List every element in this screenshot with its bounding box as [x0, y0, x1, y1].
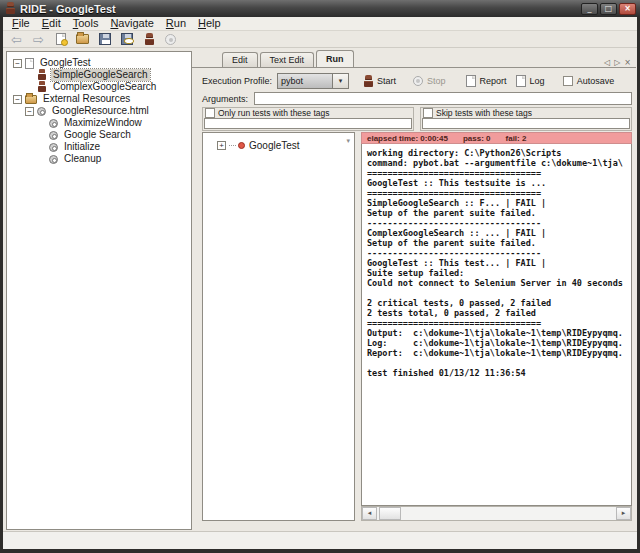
tree-item-external-resources[interactable]: −External Resources	[7, 93, 191, 105]
tree-item-label: MaximizeWindow	[62, 117, 144, 129]
maximize-button[interactable]: □	[600, 3, 617, 15]
tree-connector	[229, 145, 236, 146]
menubar: FileEditToolsNavigateRunHelp	[3, 17, 637, 31]
elapsed-time: elapsed time: 0:00:45	[367, 134, 448, 143]
menu-file[interactable]: File	[6, 17, 36, 30]
test-run-tree: + GoogleTest ▾	[202, 132, 355, 521]
pass-count: pass: 0	[463, 134, 491, 143]
save-icon[interactable]	[97, 32, 112, 47]
app-robot-icon	[4, 2, 16, 15]
log-button[interactable]: Log	[516, 75, 545, 87]
tab-close-icon[interactable]: ×	[624, 58, 631, 67]
test-tree-item-googletest[interactable]: + GoogleTest	[217, 139, 354, 151]
robot-icon	[37, 69, 47, 81]
gear-icon	[49, 119, 58, 128]
expander-icon[interactable]: −	[13, 59, 22, 68]
expander-icon[interactable]: −	[13, 95, 22, 104]
tree-item-label: External Resources	[41, 93, 132, 105]
profile-value[interactable]: pybot	[277, 73, 333, 89]
tree-item-label: SimpleGoogleSearch	[51, 69, 150, 81]
autosave-control: Autosave	[563, 76, 615, 86]
main-area: −GoogleTestSimpleGoogleSearchComplexGoog…	[3, 48, 637, 531]
scroll-left-icon[interactable]: ◂	[362, 507, 377, 520]
run-tab-content: Execution Profile: pybot ▾ Start Stop	[192, 67, 636, 531]
tab-text-edit[interactable]: Text Edit	[260, 52, 315, 67]
tree-item-googleresource-html[interactable]: −GoogleResource.html	[7, 105, 191, 117]
forward-icon[interactable]: ⇨	[31, 32, 46, 47]
tree-item-label: Initialize	[62, 141, 102, 153]
tab-edit[interactable]: Edit	[222, 52, 258, 67]
horizontal-scrollbar[interactable]: ◂ ▸	[361, 506, 632, 521]
only-run-tags-group: Only run tests with these tags	[202, 107, 414, 131]
tree-item-googletest[interactable]: −GoogleTest	[7, 57, 191, 69]
menu-tools[interactable]: Tools	[67, 17, 105, 30]
menu-run[interactable]: Run	[160, 17, 192, 30]
start-robot-icon	[362, 75, 373, 87]
arguments-input[interactable]	[254, 92, 632, 105]
close-button[interactable]: ×	[619, 3, 636, 15]
tree-item-cleanup[interactable]: Cleanup	[7, 153, 191, 165]
skip-tags-checkbox[interactable]	[423, 108, 433, 118]
skip-tags-input[interactable]	[422, 118, 630, 129]
results-area: + GoogleTest ▾ elapsed time: 0:00:45 pas…	[202, 132, 632, 521]
minimize-button[interactable]: _	[581, 3, 598, 15]
back-icon[interactable]: ⇦	[9, 32, 24, 47]
start-button[interactable]: Start	[362, 75, 396, 87]
open-folder-icon[interactable]	[75, 32, 90, 47]
menu-navigate[interactable]: Navigate	[104, 17, 159, 30]
gear-icon	[37, 107, 46, 116]
test-tree-label: GoogleTest	[249, 140, 300, 151]
only-run-tags-input[interactable]	[204, 118, 412, 129]
execution-profile-label: Execution Profile:	[202, 76, 272, 86]
tab-scroll-right-icon[interactable]: ▷	[614, 58, 620, 67]
tree-item-maximizewindow[interactable]: MaximizeWindow	[7, 117, 191, 129]
report-page-icon	[466, 75, 476, 87]
run-status-bar: elapsed time: 0:00:45 pass: 0 fail: 2	[361, 132, 632, 144]
window-title: RIDE - GoogleTest	[20, 3, 579, 15]
console-output-area: working directory: C:\Python26\Scripts c…	[361, 144, 632, 506]
skip-tags-group: Skip tests with these tags	[420, 107, 632, 131]
expander-icon[interactable]: −	[25, 107, 34, 116]
only-run-tags-checkbox[interactable]	[205, 108, 215, 118]
tab-run[interactable]: Run	[316, 50, 354, 67]
tree-item-label: ComplexGoogleSearch	[51, 81, 158, 93]
profile-dropdown[interactable]: pybot ▾	[277, 73, 349, 89]
tree-item-complexgooglesearch[interactable]: ComplexGoogleSearch	[7, 81, 191, 93]
tree-item-label: GoogleResource.html	[50, 105, 151, 117]
dropdown-arrow-icon[interactable]: ▾	[333, 73, 349, 89]
tree-options-arrow-icon[interactable]: ▾	[346, 137, 350, 145]
gear-icon	[49, 131, 58, 140]
title-bar: RIDE - GoogleTest _ □ ×	[0, 0, 640, 17]
status-bar	[3, 531, 637, 549]
tree-item-simplegooglesearch[interactable]: SimpleGoogleSearch	[7, 69, 191, 81]
editor-panel: EditText EditRun ◁ ▷ × Execution Profile…	[192, 48, 636, 531]
fail-count: fail: 2	[506, 134, 527, 143]
tree-item-label: Cleanup	[62, 153, 103, 165]
explorer-tree: −GoogleTestSimpleGoogleSearchComplexGoog…	[6, 51, 192, 530]
scrollbar-thumb[interactable]	[379, 507, 401, 520]
new-file-icon[interactable]	[53, 32, 68, 47]
gear-icon	[49, 155, 58, 164]
scroll-right-icon[interactable]: ▸	[616, 507, 631, 520]
menu-help[interactable]: Help	[192, 17, 227, 30]
stop-radio-icon	[413, 76, 423, 86]
tabs-holder: EditText EditRun	[222, 50, 356, 67]
stop-button[interactable]: Stop	[413, 76, 446, 86]
report-button[interactable]: Report	[466, 75, 507, 87]
tab-nav: ◁ ▷ ×	[604, 58, 634, 67]
console-output: working directory: C:\Python26\Scripts c…	[362, 144, 631, 378]
console-panel: elapsed time: 0:00:45 pass: 0 fail: 2 wo…	[361, 132, 632, 521]
run-robot-icon[interactable]	[141, 32, 156, 47]
tree-item-initialize[interactable]: Initialize	[7, 141, 191, 153]
stop-icon[interactable]	[163, 32, 178, 47]
tree-item-google-search[interactable]: Google Search	[7, 129, 191, 141]
save-all-icon[interactable]	[119, 32, 134, 47]
gear-icon	[49, 143, 58, 152]
arguments-row: Arguments:	[202, 91, 632, 106]
app-frame: FileEditToolsNavigateRunHelp ⇦ ⇨ −Google…	[3, 17, 637, 549]
expander-plus-icon[interactable]: +	[217, 141, 226, 150]
menu-edit[interactable]: Edit	[36, 17, 67, 30]
file-icon	[25, 58, 34, 69]
tab-scroll-left-icon[interactable]: ◁	[604, 58, 610, 67]
autosave-checkbox[interactable]	[563, 76, 573, 86]
